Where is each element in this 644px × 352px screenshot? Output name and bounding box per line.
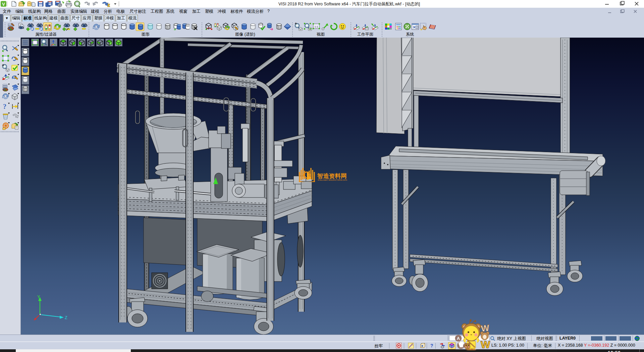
svg-text:A: A	[457, 336, 460, 341]
svg-text:1:1: 1:1	[314, 25, 318, 28]
svg-text:智造资料网: 智造资料网	[317, 173, 347, 179]
svg-text:V: V	[2, 2, 5, 7]
svg-text:Z: Z	[65, 315, 67, 320]
svg-text:?: ?	[3, 102, 7, 111]
svg-text:W: W	[481, 339, 490, 350]
svg-text:INTELLIGENT MANUFACTURING DATA: INTELLIGENT MANUFACTURING DATA	[318, 179, 347, 181]
